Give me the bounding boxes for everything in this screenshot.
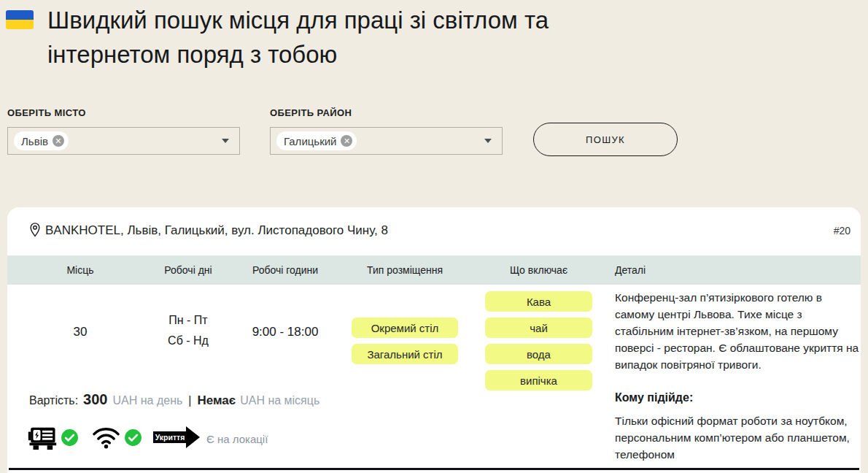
city-selected-tag-label: Львів	[21, 135, 48, 147]
includes-chip: випічка	[485, 370, 592, 391]
workdays-weekend: Сб - Нд	[133, 331, 243, 351]
city-selected-tag: Львів ✕	[14, 131, 69, 150]
generator-icon	[28, 422, 57, 455]
cell-placement-types: Окремий стіл Загальний стіл	[352, 318, 458, 364]
shelter-arrow-badge: Укриття	[152, 425, 201, 453]
price-row: Вартість: 300 UAH на день | Немає UAH на…	[29, 391, 319, 408]
price-per-day: 300	[83, 391, 107, 408]
result-card: BANKHOTEL, Львів, Галицький, вул. Листоп…	[7, 207, 861, 473]
city-select[interactable]: Львів ✕	[7, 127, 240, 155]
amenities-row: Укриття Є на локації	[28, 422, 268, 455]
district-select[interactable]: Галицький ✕	[270, 127, 503, 155]
price-per-month: Немає	[197, 393, 236, 408]
includes-chip: чай	[485, 318, 592, 338]
cell-includes: Кава чай вода випічка	[485, 291, 592, 391]
placement-chip: Загальний стіл	[352, 344, 458, 364]
includes-chip: вода	[485, 344, 592, 364]
cell-workdays: Пн - Пт Сб - Нд	[133, 310, 243, 351]
column-header-workdays: Робочі дні	[133, 255, 243, 285]
chevron-down-icon	[222, 139, 229, 143]
column-header-placement: Тип розміщення	[352, 255, 458, 285]
location-title: BANKHOTEL, Львів, Галицький, вул. Листоп…	[45, 223, 388, 238]
cell-workhours: 9:00 - 18:00	[230, 322, 340, 342]
wifi-available-check-icon	[124, 428, 142, 450]
price-label: Вартість:	[29, 394, 78, 407]
details-text: Конференц-зал п’ятизіркового готелю в са…	[615, 289, 859, 373]
price-month-unit: UAH на місяць	[240, 394, 319, 407]
column-header-seats: Місць	[22, 255, 139, 285]
includes-chip: Кава	[485, 291, 592, 312]
ukraine-flag-icon	[6, 10, 34, 29]
suited-heading: Кому підійде:	[615, 391, 859, 404]
wifi-icon	[92, 426, 120, 452]
location-pin-icon	[28, 222, 42, 241]
page-title-line1: Швидкий пошук місця для праці зі світлом…	[47, 7, 549, 34]
district-tag-remove-icon[interactable]: ✕	[341, 135, 352, 147]
chevron-down-icon	[484, 139, 492, 143]
city-tag-remove-icon[interactable]: ✕	[53, 135, 64, 147]
result-card-header: BANKHOTEL, Львів, Галицький, вул. Листоп…	[7, 207, 861, 255]
card-bottom-divider	[9, 468, 859, 470]
workdays-weekdays: Пн - Пт	[133, 310, 243, 331]
shelter-badge-label: Укриття	[155, 433, 185, 442]
district-select-label: ОБЕРІТЬ РАЙОН	[270, 107, 352, 118]
district-selected-tag: Галицький ✕	[276, 131, 357, 150]
cell-seats: 30	[22, 322, 139, 342]
result-number: #20	[834, 225, 850, 236]
page-title: Швидкий пошук місця для праці зі світлом…	[47, 3, 549, 72]
page-title-line2: інтернетом поряд з тобою	[47, 41, 337, 68]
price-separator: |	[188, 394, 191, 407]
column-header-includes: Що включає	[485, 255, 592, 285]
cell-details: Конференц-зал п’ятизіркового готелю в са…	[615, 289, 859, 463]
district-selected-tag-label: Галицький	[284, 135, 336, 147]
placement-chip: Окремий стіл	[352, 318, 458, 338]
city-select-label: ОБЕРІТЬ МІСТО	[7, 107, 86, 118]
column-header-workhours: Робочі години	[230, 255, 340, 285]
price-day-unit: UAH на день	[112, 394, 182, 407]
column-header-details: Деталі	[615, 255, 859, 285]
search-button[interactable]: ПОШУК	[533, 123, 678, 156]
shelter-status-text: Є на локації	[206, 433, 268, 445]
suited-text: Тільки офісний формат роботи за ноутбком…	[615, 412, 859, 463]
generator-available-check-icon	[61, 428, 79, 450]
page-header: Швидкий пошук місця для праці зі світлом…	[6, 3, 549, 72]
table-header-row: Місць Робочі дні Робочі години Тип розмі…	[7, 255, 861, 285]
